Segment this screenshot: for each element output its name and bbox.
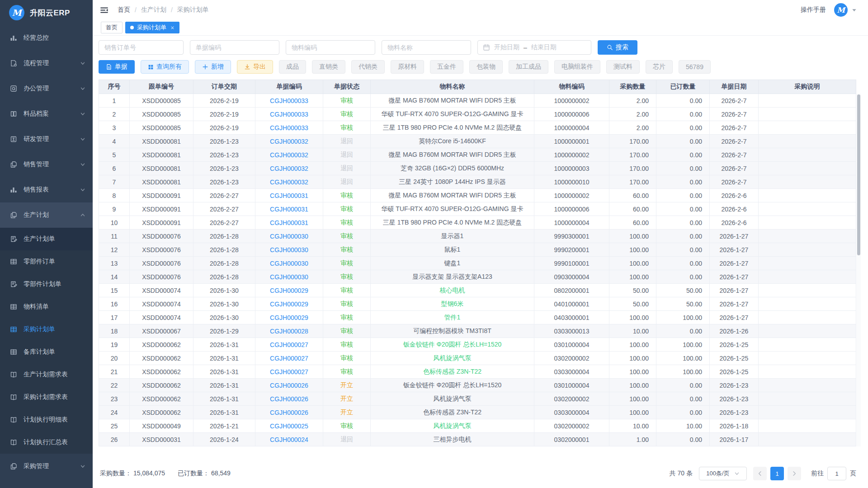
cell-material_code: 1000000002 bbox=[534, 148, 609, 162]
category-filter-button[interactable]: 原材料 bbox=[391, 60, 424, 74]
cell-doc_code[interactable]: CGJH000033 bbox=[255, 94, 323, 108]
cell-doc_code[interactable]: CGJH000030 bbox=[255, 230, 323, 243]
table-row: 13XSDD0000762026-1-28CGJH000030审核键盘19990… bbox=[99, 257, 856, 270]
cell-ordered_qty: 0.00 bbox=[656, 433, 710, 446]
cell-doc_code[interactable]: CGJH000032 bbox=[255, 148, 323, 162]
cell-doc_date: 2026-1-25 bbox=[710, 352, 759, 365]
cell-doc_code[interactable]: CGJH000025 bbox=[255, 419, 323, 433]
cell-doc_code[interactable]: CGJH000030 bbox=[255, 270, 323, 284]
cell-doc_code[interactable]: CGJH000031 bbox=[255, 216, 323, 230]
page-size-select[interactable]: 100条/页 bbox=[699, 467, 747, 480]
cell-doc_code[interactable]: CGJH000027 bbox=[255, 338, 323, 352]
cell-doc_code[interactable]: CGJH000033 bbox=[255, 121, 323, 135]
category-filter-button[interactable]: 代销类 bbox=[351, 60, 385, 74]
sidebar-subitem[interactable]: 采购计划单 bbox=[0, 318, 93, 341]
cell-doc_code[interactable]: CGJH000028 bbox=[255, 324, 323, 338]
page-1-button[interactable]: 1 bbox=[770, 467, 784, 480]
cell-status: 审核 bbox=[323, 352, 371, 365]
sidebar-item[interactable]: 料品档案 bbox=[0, 101, 93, 127]
cell-doc_code[interactable]: CGJH000029 bbox=[255, 297, 323, 311]
user-avatar[interactable]: M bbox=[834, 3, 848, 17]
cell-doc_code[interactable]: CGJH000030 bbox=[255, 243, 323, 257]
sidebar-subitem[interactable]: 生产计划单 bbox=[0, 228, 93, 250]
cell-doc_code[interactable]: CGJH000032 bbox=[255, 175, 323, 189]
cell-doc_code[interactable]: CGJH000027 bbox=[255, 352, 323, 365]
cell-doc_code[interactable]: CGJH000032 bbox=[255, 162, 323, 175]
cell-purchase_qty: 60.00 bbox=[609, 202, 656, 216]
close-tab-icon[interactable] bbox=[170, 26, 175, 30]
sidebar-subitem[interactable]: 物料清单 bbox=[0, 296, 93, 318]
doc-code-input[interactable] bbox=[190, 40, 279, 55]
sidebar-item[interactable]: 流程管理 bbox=[0, 51, 93, 76]
collapse-sidebar-button[interactable] bbox=[100, 6, 108, 14]
end-date-input[interactable]: 结束日期 bbox=[531, 43, 557, 52]
sidebar-item[interactable]: 车间设置 bbox=[0, 479, 93, 488]
table-scrollbar-thumb[interactable] bbox=[857, 94, 860, 255]
cell-doc_code[interactable]: CGJH000027 bbox=[255, 365, 323, 379]
sidebar-subitem[interactable]: 备库计划单 bbox=[0, 341, 93, 363]
cell-tracking_no: XSDD000067 bbox=[130, 324, 193, 338]
cell-doc_code[interactable]: CGJH000032 bbox=[255, 135, 323, 148]
cell-material_code: 0303000004 bbox=[534, 365, 609, 379]
cell-doc_code[interactable]: CGJH000031 bbox=[255, 189, 323, 202]
sales-order-input[interactable] bbox=[99, 40, 184, 55]
breadcrumb-home[interactable]: 首页 bbox=[118, 6, 130, 14]
export-button[interactable]: 导出 bbox=[237, 60, 273, 74]
sidebar-item[interactable]: 办公管理 bbox=[0, 76, 93, 101]
cell-seq: 9 bbox=[99, 202, 130, 216]
category-filter-button[interactable]: 56789 bbox=[679, 60, 711, 74]
sidebar-item[interactable]: 生产计划 bbox=[0, 202, 93, 228]
sidebar-subitem[interactable]: 零部件订单 bbox=[0, 250, 93, 273]
manual-link[interactable]: 操作手册 bbox=[801, 6, 826, 14]
sidebar-item[interactable]: 销售报表 bbox=[0, 177, 93, 202]
avatar-caret-icon[interactable] bbox=[851, 7, 857, 13]
category-filter-button[interactable]: 电脑组装件 bbox=[554, 60, 600, 74]
sidebar-subitem[interactable]: 计划执行明细表 bbox=[0, 408, 93, 431]
cell-doc_code[interactable]: CGJH000029 bbox=[255, 311, 323, 324]
category-filter-button[interactable]: 测试料 bbox=[606, 60, 640, 74]
sidebar-item[interactable]: 采购管理 bbox=[0, 454, 93, 479]
category-filter-button[interactable]: 包装物 bbox=[469, 60, 503, 74]
cell-material_code: 0302000002 bbox=[534, 352, 609, 365]
cell-doc_code[interactable]: CGJH000029 bbox=[255, 284, 323, 297]
table-row: 17XSDD0000742026-1-30CGJH000029审核管件10403… bbox=[99, 311, 856, 324]
cell-doc_code[interactable]: CGJH000030 bbox=[255, 257, 323, 270]
start-date-input[interactable]: 开始日期 bbox=[494, 43, 519, 52]
category-filter-button[interactable]: 芯片 bbox=[646, 60, 673, 74]
category-filter-button[interactable]: 加工成品 bbox=[509, 60, 548, 74]
material-code-input[interactable] bbox=[286, 40, 375, 55]
sidebar-subitem[interactable]: 采购计划需求表 bbox=[0, 386, 93, 408]
cell-doc_code[interactable]: CGJH000026 bbox=[255, 392, 323, 406]
add-button[interactable]: 新增 bbox=[195, 60, 231, 74]
cell-doc_code[interactable]: CGJH000026 bbox=[255, 406, 323, 419]
doc-button[interactable]: 单据 bbox=[99, 60, 135, 74]
cell-note bbox=[759, 202, 856, 216]
cell-material_code: 0301000004 bbox=[534, 379, 609, 392]
goto-page-input[interactable] bbox=[827, 467, 846, 480]
breadcrumb-production-plan[interactable]: 生产计划 bbox=[141, 6, 166, 14]
next-page-button[interactable] bbox=[788, 467, 801, 480]
sidebar-subitem[interactable]: 生产计划需求表 bbox=[0, 363, 93, 386]
cell-doc_code[interactable]: CGJH000026 bbox=[255, 379, 323, 392]
material-name-input[interactable] bbox=[382, 40, 471, 55]
tab-home[interactable]: 首页 bbox=[101, 22, 123, 33]
sidebar-item[interactable]: 研发管理 bbox=[0, 127, 93, 152]
cell-tracking_no: XSDD000081 bbox=[130, 175, 193, 189]
category-filter-button[interactable]: 直销类 bbox=[312, 60, 345, 74]
sidebar-item[interactable]: 销售管理 bbox=[0, 152, 93, 177]
sidebar-item[interactable]: 经营总控 bbox=[0, 25, 93, 51]
cell-doc_code[interactable]: CGJH000024 bbox=[255, 433, 323, 446]
sidebar-subitem[interactable]: 零部件计划单 bbox=[0, 273, 93, 296]
sidebar-subitem[interactable]: 计划执行汇总表 bbox=[0, 431, 93, 454]
query-all-button[interactable]: 查询所有 bbox=[141, 60, 189, 74]
tab-purchase-plan[interactable]: 采购计划单 bbox=[125, 22, 179, 33]
table-row: 14XSDD0000762026-1-28CGJH000030审核显示器支架 显… bbox=[99, 270, 856, 284]
cell-doc_code[interactable]: CGJH000031 bbox=[255, 202, 323, 216]
category-filter-button[interactable]: 成品 bbox=[279, 60, 306, 74]
prev-page-button[interactable] bbox=[753, 467, 767, 480]
category-filter-button[interactable]: 五金件 bbox=[430, 60, 463, 74]
cell-doc_code[interactable]: CGJH000033 bbox=[255, 108, 323, 121]
search-button[interactable]: 搜索 bbox=[598, 40, 637, 55]
breadcrumb: 首页 / 生产计划 / 采购计划单 bbox=[118, 6, 209, 14]
date-range-picker[interactable]: 开始日期 – 结束日期 bbox=[477, 40, 591, 55]
